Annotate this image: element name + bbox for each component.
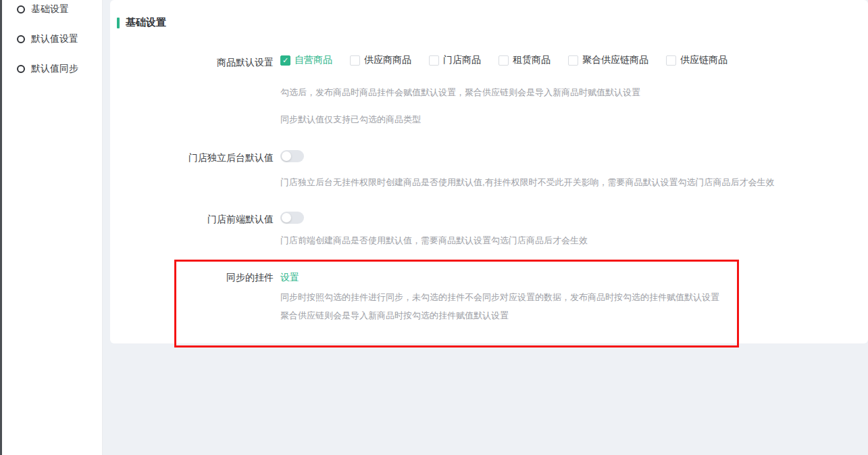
checkbox-label: 租赁商品 [513,54,551,66]
product-defaults-label: 商品默认设置 [110,55,274,69]
checkbox-unchecked-icon[interactable] [429,55,439,66]
store-frontend-default-label: 门店前端默认值 [110,212,274,226]
checkbox-item-0[interactable]: ✓自营商品 [280,54,332,66]
store-backend-default-help: 门店独立后台无挂件权限时创建商品是否使用默认值,有挂件权限时不受此开关影响，需要… [280,176,775,189]
product-defaults-help-1: 勾选后，发布商品时商品挂件会赋值默认设置，聚合供应链则会是导入新商品时赋值默认设… [280,87,640,99]
store-backend-default-label: 门店独立后台默认值 [110,151,274,164]
panel-title: 基础设置 [126,16,166,29]
sidebar-item-label: 默认值同步 [31,63,78,75]
checkbox-unchecked-icon[interactable] [568,55,578,66]
checkbox-label: 聚合供应链商品 [582,54,648,66]
checkbox-unchecked-icon[interactable] [350,55,360,66]
radio-circle-icon [17,5,25,14]
sync-widgets-help-2: 聚合供应链则会是导入新商品时按勾选的挂件赋值默认设置 [280,310,509,322]
store-frontend-default-toggle[interactable] [280,212,304,224]
sidebar-item-label: 基础设置 [31,3,69,16]
toggle-knob-icon [282,213,291,222]
radio-circle-icon [17,35,25,43]
store-backend-default-toggle[interactable] [280,150,304,162]
checkbox-label: 供应商商品 [364,54,411,66]
checkbox-label: 门店商品 [443,54,481,66]
sidebar-item-0[interactable]: 基础设置 [2,0,102,24]
toggle-knob-icon [282,151,291,161]
checkbox-checked-icon[interactable]: ✓ [280,55,290,66]
sync-widgets-settings-link[interactable]: 设置 [280,272,299,283]
sidebar-item-label: 默认值设置 [31,33,78,45]
panel-header: 基础设置 [117,16,166,29]
checkbox-item-5[interactable]: 供应链商品 [666,54,727,66]
checkmark-icon: ✓ [282,57,288,64]
settings-sidebar: 基础设置默认值设置默认值同步 [2,0,103,455]
product-defaults-checkbox-group: ✓自营商品供应商商品门店商品租赁商品聚合供应链商品供应链商品 [280,54,727,66]
checkbox-unchecked-icon[interactable] [499,55,509,66]
sidebar-item-2[interactable]: 默认值同步 [2,54,102,84]
sync-widgets-help-1: 同步时按照勾选的挂件进行同步，未勾选的挂件不会同步对应设置的数据，发布商品时按勾… [280,291,719,304]
checkbox-item-3[interactable]: 租赁商品 [499,54,551,66]
store-frontend-default-help: 门店前端创建商品是否使用默认值，需要商品默认设置勾选门店商品后才会生效 [280,235,588,247]
title-accent-bar-icon [117,18,120,28]
checkbox-item-2[interactable]: 门店商品 [429,54,481,66]
checkbox-unchecked-icon[interactable] [666,55,676,66]
sidebar-nav: 基础设置默认值设置默认值同步 [2,0,102,84]
checkbox-label: 自营商品 [295,54,332,66]
product-defaults-help-2: 同步默认值仅支持已勾选的商品类型 [280,114,421,126]
basic-settings-panel: 基础设置 商品默认设置 ✓自营商品供应商商品门店商品租赁商品聚合供应链商品供应链… [110,0,868,343]
checkbox-label: 供应链商品 [680,54,727,66]
radio-circle-icon [17,65,25,73]
sidebar-item-1[interactable]: 默认值设置 [2,24,102,54]
sync-widgets-label: 同步的挂件 [110,270,274,284]
checkbox-item-4[interactable]: 聚合供应链商品 [568,54,648,66]
checkbox-item-1[interactable]: 供应商商品 [350,54,411,66]
